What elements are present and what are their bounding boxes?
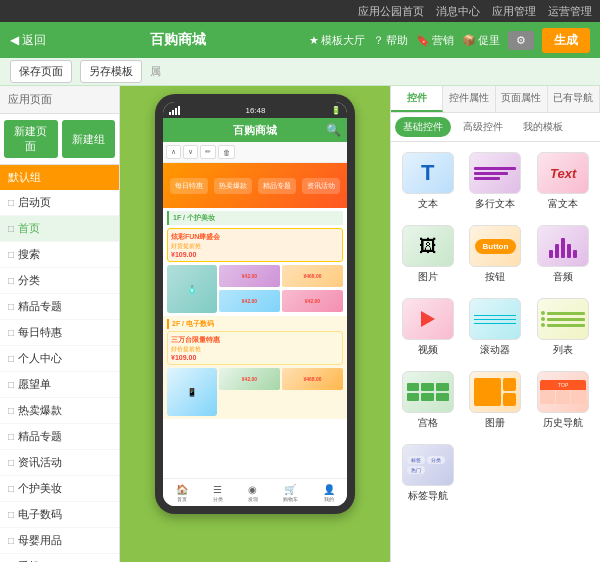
bottom-category[interactable]: ☰ 分类 — [213, 484, 223, 502]
widget-button[interactable]: Button 按钮 — [465, 221, 527, 288]
subtab-basic[interactable]: 基础控件 — [395, 117, 451, 137]
sidebar-item-baby[interactable]: □ 母婴用品 — [0, 528, 119, 554]
product-right-grid2: ¥42.00 ¥468.00 — [219, 368, 343, 416]
subtab-my-templates[interactable]: 我的模板 — [515, 117, 571, 137]
bottom-profile[interactable]: 👤 我的 — [323, 484, 335, 502]
widget-text[interactable]: T 文本 — [397, 148, 459, 215]
new-group-button[interactable]: 新建组 — [62, 120, 116, 158]
tab-widgets[interactable]: 控件 — [391, 86, 443, 112]
widget-gallery-icon — [469, 371, 521, 413]
top-operations-link[interactable]: 运营管理 — [548, 4, 592, 19]
product4[interactable]: ¥42.00 — [219, 290, 280, 312]
settings-button[interactable]: ⚙ — [508, 31, 534, 50]
new-page-button[interactable]: 新建页面 — [4, 120, 58, 158]
nav-help[interactable]: ？帮助 — [373, 33, 408, 48]
divider-line2 — [474, 319, 516, 320]
widget-list[interactable]: 列表 — [532, 294, 594, 361]
nav-marketing[interactable]: 🔖营销 — [416, 33, 454, 48]
widget-richtext[interactable]: Text 富文本 — [532, 148, 594, 215]
sidebar-item-phone[interactable]: □ 手机 — [0, 554, 119, 562]
tag2: 分类 — [427, 456, 445, 464]
button-preview: Button — [475, 239, 517, 254]
product2-price: ¥42.00 — [242, 273, 257, 279]
sidebar-item-daily[interactable]: □ 每日特惠 — [0, 320, 119, 346]
bottom-home[interactable]: 🏠 首页 — [176, 484, 188, 502]
phone-products2: 📱 ¥42.00 ¥468.00 — [167, 368, 343, 416]
promo2-title: 三万台限量特惠 — [171, 335, 339, 345]
sidebar-item-launch[interactable]: □ 启动页 — [0, 190, 119, 216]
phone-promo1: 炫彩FUN肆盛会 好货提前抢 ¥109.00 — [167, 228, 343, 262]
widget-grid[interactable]: 宫格 — [397, 367, 459, 434]
nav-coupon[interactable]: 📦促里 — [462, 33, 500, 48]
page-icon: □ — [8, 327, 14, 338]
divider-line3 — [474, 323, 516, 324]
bottom-cart[interactable]: 🛒 购物车 — [283, 484, 298, 502]
banner-item-daily[interactable]: 每日特惠 — [170, 178, 208, 194]
phone-nav-delete[interactable]: 🗑 — [218, 145, 235, 159]
tab-widget-props[interactable]: 控件属性 — [443, 86, 495, 112]
generate-button[interactable]: 生成 — [542, 28, 590, 53]
widget-video[interactable]: 视频 — [397, 294, 459, 361]
product2[interactable]: ¥42.00 — [219, 265, 280, 287]
banner-item-news[interactable]: 资讯活动 — [302, 178, 340, 194]
divider-line1 — [474, 315, 516, 316]
gc5 — [421, 393, 434, 401]
sidebar-item-beauty[interactable]: □ 个护美妆 — [0, 476, 119, 502]
phone-search-icon[interactable]: 🔍 — [326, 123, 341, 137]
product8[interactable]: ¥468.00 — [282, 368, 343, 390]
gc2 — [421, 383, 434, 391]
section1-title: 1F / 个护美妆 — [167, 211, 343, 225]
page-icon: □ — [8, 275, 14, 286]
sidebar-item-personal[interactable]: □ 个人中心 — [0, 346, 119, 372]
sidebar-item-featured[interactable]: □ 精品专题 — [0, 294, 119, 320]
sidebar-item-home[interactable]: □ 首页 — [0, 216, 119, 242]
product6-img[interactable]: 📱 — [167, 368, 217, 416]
save-page-button[interactable]: 保存页面 — [10, 60, 72, 83]
widget-history[interactable]: TOP 历史导航 — [532, 367, 594, 434]
widget-image[interactable]: 🖼 图片 — [397, 221, 459, 288]
bottom-discover[interactable]: ◉ 发现 — [248, 484, 258, 502]
gallery-thumb2 — [503, 393, 516, 406]
product1-img[interactable]: 🧴 — [167, 265, 217, 313]
page-icon: □ — [8, 379, 14, 390]
sidebar-item-news[interactable]: □ 资讯活动 — [0, 450, 119, 476]
product7[interactable]: ¥42.00 — [219, 368, 280, 390]
banner-item-featured[interactable]: 精品专题 — [258, 178, 296, 194]
phone-frame: 16:48 🔋 百购商城 🔍 ∧ ∨ ✏ 🗑 每日特惠 — [155, 94, 355, 514]
widget-tag[interactable]: 标签 分类 热门 标签导航 — [397, 440, 459, 507]
sidebar-item-wishlist[interactable]: □ 愿望单 — [0, 372, 119, 398]
sidebar-item-label: 分类 — [18, 273, 40, 288]
top-message-link[interactable]: 消息中心 — [436, 4, 480, 19]
other-template-button[interactable]: 另存模板 — [80, 60, 142, 83]
sidebar-group-default[interactable]: 默认组 — [0, 165, 119, 190]
widget-audio[interactable]: 音频 — [532, 221, 594, 288]
sidebar: 应用页面 新建页面 新建组 默认组 □ 启动页 □ 首页 □ 搜索 □ 分类 □… — [0, 86, 120, 562]
back-arrow-icon: ◀ — [10, 33, 19, 47]
promo2-sub: 好价提前抢 — [171, 345, 339, 354]
top-admin-link[interactable]: 应用管理 — [492, 4, 536, 19]
phone-nav-up[interactable]: ∧ — [166, 145, 181, 159]
subtab-advanced[interactable]: 高级控件 — [455, 117, 511, 137]
sidebar-item-search[interactable]: □ 搜索 — [0, 242, 119, 268]
cart-icon: 🛒 — [284, 484, 296, 495]
widget-divider[interactable]: 滚动器 — [465, 294, 527, 361]
widget-gallery[interactable]: 图册 — [465, 367, 527, 434]
phone-nav-bar: ∧ ∨ ✏ 🗑 — [163, 142, 347, 163]
tab-page-props[interactable]: 页面属性 — [496, 86, 548, 112]
back-button[interactable]: ◀ 返回 — [10, 32, 46, 49]
gc4 — [407, 393, 420, 401]
sidebar-item-featured2[interactable]: □ 精品专题 — [0, 424, 119, 450]
nav-template[interactable]: ★模板大厅 — [309, 33, 365, 48]
product5[interactable]: ¥42.00 — [282, 290, 343, 312]
top-app-link[interactable]: 应用公园首页 — [358, 4, 424, 19]
sidebar-item-electronics[interactable]: □ 电子数码 — [0, 502, 119, 528]
widget-multitext[interactable]: 多行文本 — [465, 148, 527, 215]
phone-nav-edit[interactable]: ✏ — [200, 145, 216, 159]
sidebar-item-category[interactable]: □ 分类 — [0, 268, 119, 294]
product3[interactable]: ¥468.00 — [282, 265, 343, 287]
sidebar-item-hot[interactable]: □ 热卖爆款 — [0, 398, 119, 424]
phone-nav-down[interactable]: ∨ — [183, 145, 198, 159]
banner-item-hot[interactable]: 热卖爆款 — [214, 178, 252, 194]
audio-bars — [541, 234, 585, 258]
tab-nav[interactable]: 已有导航 — [548, 86, 600, 112]
